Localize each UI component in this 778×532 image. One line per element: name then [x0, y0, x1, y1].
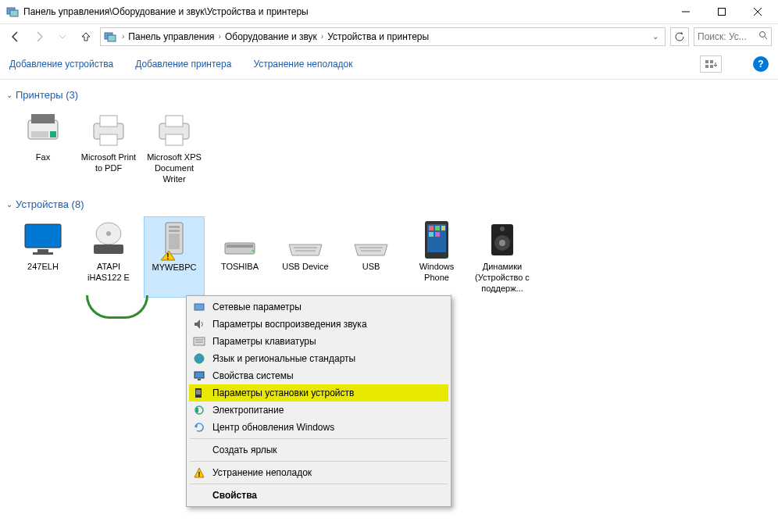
menu-label: Электропитание — [212, 405, 284, 416]
menu-label: Сетевые параметры — [212, 302, 302, 312]
menu-label: Свойства системы — [212, 370, 294, 381]
add-printer-link[interactable]: Добавление принтера — [135, 59, 231, 70]
svg-rect-51 — [435, 232, 440, 237]
menu-label: Устранение неполадок — [212, 467, 312, 478]
forward-button[interactable] — [30, 27, 48, 46]
navigation-bar: › Панель управления › Оборудование и зву… — [0, 23, 778, 48]
up-button[interactable] — [77, 27, 95, 46]
device-label: ATAPI iHAS122 E — [80, 262, 137, 284]
close-button[interactable] — [747, 3, 769, 20]
device-item-hdd[interactable]: TOSHIBA — [209, 216, 270, 297]
svg-rect-58 — [194, 337, 205, 345]
device-label: Microsoft Print to PDF — [80, 152, 137, 174]
menu-item-power[interactable]: Электропитание — [189, 402, 448, 419]
menu-item-windows-update[interactable]: Центр обновления Windows — [189, 419, 448, 436]
chevron-right-icon: › — [122, 32, 124, 41]
device-item-print-to-pdf[interactable]: Microsoft Print to PDF — [78, 107, 139, 187]
device-label: Динамики (Устройство с поддерж... — [473, 262, 531, 294]
device-label: Windows Phone — [408, 262, 466, 284]
svg-rect-31 — [169, 226, 180, 228]
svg-point-55 — [500, 227, 505, 231]
breadcrumb-item[interactable]: Устройства и принтеры — [326, 31, 430, 42]
group-header-devices[interactable]: ⌄ Устройства (8) — [6, 198, 772, 210]
group-title: Принтеры (3) — [16, 89, 78, 101]
network-icon — [192, 301, 206, 313]
svg-rect-19 — [100, 116, 117, 127]
svg-rect-15 — [31, 114, 55, 123]
svg-rect-24 — [25, 224, 61, 248]
device-item-monitor[interactable]: 247ELH — [12, 216, 73, 297]
monitor-icon — [20, 220, 66, 260]
hard-drive-icon — [217, 220, 262, 260]
view-options-button[interactable] — [700, 55, 722, 73]
breadcrumb-dropdown[interactable]: ⌄ — [652, 32, 662, 41]
menu-item-keyboard[interactable]: Параметры клавиатуры — [189, 333, 448, 350]
breadcrumb-item[interactable]: Панель управления — [127, 31, 216, 42]
menu-item-device-installation[interactable]: Параметры установки устройств — [189, 384, 448, 402]
menu-item-region[interactable]: Язык и региональные стандарты — [189, 350, 448, 367]
chevron-down-icon: ⌄ — [6, 200, 12, 209]
svg-rect-13 — [710, 65, 713, 68]
printers-group: Fax Microsoft Print to PDF Microsoft XPS… — [6, 104, 772, 194]
menu-label: Создать ярлык — [212, 445, 277, 455]
svg-rect-47 — [429, 226, 434, 230]
speaker-icon — [480, 220, 525, 260]
device-item-fax[interactable]: Fax — [12, 107, 73, 187]
keyboard-icon — [192, 335, 206, 348]
menu-item-network[interactable]: Сетевые параметры — [189, 298, 448, 316]
menu-label: Параметры установки устройств — [212, 387, 354, 398]
svg-rect-7 — [108, 35, 116, 41]
breadcrumb[interactable]: › Панель управления › Оборудование и зву… — [100, 27, 666, 46]
keyboard-icon — [348, 220, 394, 260]
svg-rect-69 — [196, 408, 198, 412]
device-item-computer[interactable]: ! MYWEBPC — [144, 216, 205, 297]
device-item-phone[interactable]: Windows Phone — [406, 216, 467, 297]
maximize-button[interactable] — [711, 3, 733, 20]
help-button[interactable]: ? — [753, 56, 769, 72]
device-item-keyboard-usb[interactable]: USB — [341, 216, 401, 297]
svg-rect-67 — [196, 390, 201, 395]
device-label: USB — [362, 262, 380, 273]
search-box[interactable] — [694, 27, 772, 46]
menu-item-properties[interactable]: Свойства — [189, 487, 448, 504]
context-menu: Сетевые параметры Параметры воспроизведе… — [186, 295, 451, 507]
device-item-optical-drive[interactable]: ATAPI iHAS122 E — [78, 216, 139, 297]
breadcrumb-item[interactable]: Оборудование и звук — [223, 31, 319, 42]
device-item-xps-writer[interactable]: Microsoft XPS Document Writer — [144, 107, 205, 187]
svg-rect-29 — [94, 245, 123, 254]
minimize-button[interactable] — [675, 3, 697, 20]
back-button[interactable] — [6, 27, 25, 46]
svg-rect-20 — [100, 134, 117, 145]
optical-drive-icon — [86, 220, 131, 260]
svg-rect-1 — [10, 10, 18, 16]
svg-rect-48 — [435, 226, 440, 230]
recent-locations-button[interactable] — [53, 27, 72, 46]
svg-line-9 — [765, 37, 767, 39]
svg-rect-33 — [169, 234, 180, 249]
search-input[interactable] — [698, 31, 752, 42]
menu-separator — [190, 484, 448, 484]
add-device-link[interactable]: Добавление устройства — [9, 59, 113, 70]
menu-label: Параметры клавиатуры — [212, 336, 316, 347]
svg-rect-26 — [33, 252, 53, 255]
svg-point-28 — [106, 231, 111, 236]
troubleshoot-link[interactable]: Устранение неполадок — [253, 59, 352, 70]
group-header-printers[interactable]: ⌄ Принтеры (3) — [6, 89, 772, 101]
device-icon — [192, 387, 206, 399]
refresh-button[interactable] — [670, 27, 689, 46]
menu-item-troubleshoot[interactable]: ! Устранение неполадок — [189, 464, 448, 481]
computer-icon — [192, 370, 206, 382]
svg-rect-64 — [194, 372, 204, 378]
phone-icon — [414, 220, 459, 260]
menu-item-create-shortcut[interactable]: Создать ярлык — [189, 441, 448, 459]
search-icon — [758, 30, 768, 42]
menu-label: Параметры воспроизведения звука — [212, 319, 367, 330]
device-item-keyboard[interactable]: USB Device — [275, 216, 336, 297]
window-title: Панель управления\Оборудование и звук\Ус… — [23, 6, 675, 17]
menu-item-system[interactable]: Свойства системы — [189, 367, 448, 384]
device-item-speakers[interactable]: Динамики (Устройство с поддерж... — [472, 216, 533, 297]
svg-rect-22 — [166, 116, 183, 127]
svg-point-38 — [252, 250, 255, 252]
menu-item-sound[interactable]: Параметры воспроизведения звука — [189, 316, 448, 333]
chevron-down-icon: ⌄ — [6, 91, 12, 99]
